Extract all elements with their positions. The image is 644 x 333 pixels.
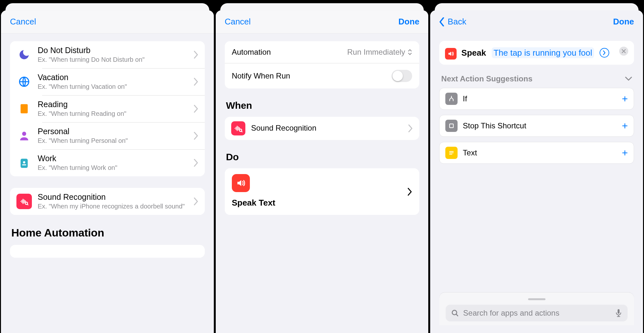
sound-recognition-icon bbox=[231, 121, 245, 135]
speaker-icon bbox=[445, 48, 457, 60]
plus-icon: + bbox=[622, 148, 628, 158]
plus-icon: + bbox=[622, 94, 628, 104]
chevron-right-icon bbox=[408, 125, 413, 132]
sound-recognition-icon bbox=[16, 194, 32, 209]
cancel-button[interactable]: Cancel bbox=[225, 17, 251, 27]
sound-recognition-row[interactable]: Sound Recognition Ex. "When my iPhone re… bbox=[10, 188, 205, 215]
home-automation-header: Home Automation bbox=[11, 227, 204, 239]
focus-row-title: Do Not Disturb bbox=[38, 46, 188, 55]
chevron-left-icon bbox=[439, 17, 444, 26]
suggestions-header: Next Action Suggestions bbox=[441, 74, 532, 83]
do-card[interactable]: Speak Text bbox=[225, 168, 420, 215]
branch-icon bbox=[445, 93, 458, 105]
focus-row-title: Work bbox=[38, 154, 188, 163]
navbar-panel2: Cancel Done bbox=[216, 10, 429, 33]
svg-rect-8 bbox=[450, 124, 454, 128]
sheet-grabber[interactable] bbox=[528, 298, 545, 300]
when-row-title: Sound Recognition bbox=[251, 124, 403, 133]
automation-mode-row[interactable]: Automation Run Immediately bbox=[225, 41, 420, 63]
svg-point-4 bbox=[23, 161, 25, 163]
automation-settings-card: Automation Run Immediately Notify When R… bbox=[225, 41, 420, 88]
speak-verb: Speak bbox=[461, 48, 486, 58]
home-automation-card-peek bbox=[10, 245, 205, 258]
focus-do-not-disturb-row[interactable]: Do Not Disturb Ex. "When turning Do Not … bbox=[10, 41, 205, 68]
focus-row-subtitle: Ex. "When turning Work on" bbox=[38, 164, 188, 172]
focus-reading-row[interactable]: Reading Ex. "When turning Reading on" bbox=[10, 95, 205, 122]
suggestion-stop[interactable]: Stop This Shortcut + bbox=[439, 115, 634, 137]
person-icon bbox=[16, 128, 32, 143]
focus-row-subtitle: Ex. "When turning Do Not Disturb on" bbox=[38, 56, 188, 64]
focus-row-subtitle: Ex. "When turning Personal on" bbox=[38, 137, 188, 145]
sound-row-title: Sound Recognition bbox=[38, 192, 188, 202]
notify-label: Notify When Run bbox=[232, 71, 290, 80]
search-placeholder: Search for apps and actions bbox=[463, 309, 559, 318]
focus-personal-row[interactable]: Personal Ex. "When turning Personal on" bbox=[10, 122, 205, 149]
suggestions-header-row[interactable]: Next Action Suggestions bbox=[439, 74, 634, 88]
suggestion-label: Stop This Shortcut bbox=[463, 121, 617, 130]
chevron-right-icon bbox=[194, 132, 198, 140]
suggestion-label: If bbox=[463, 94, 617, 103]
chevron-down-icon bbox=[625, 77, 632, 81]
navbar-panel3: Back Done bbox=[430, 10, 643, 33]
chevron-right-icon bbox=[194, 105, 198, 113]
when-header: When bbox=[226, 100, 418, 111]
focus-row-subtitle: Ex. "When turning Vacation on" bbox=[38, 83, 188, 91]
moon-icon bbox=[16, 47, 32, 62]
plus-icon: + bbox=[622, 121, 628, 131]
focus-modes-card: Do Not Disturb Ex. "When turning Do Not … bbox=[10, 41, 205, 176]
search-dock: Search for apps and actions bbox=[439, 292, 634, 325]
navbar-panel1: Cancel bbox=[1, 10, 214, 33]
cancel-button[interactable]: Cancel bbox=[10, 17, 36, 27]
focus-row-title: Personal bbox=[38, 127, 188, 136]
chevron-right-icon bbox=[194, 198, 198, 205]
action-disclosure-button[interactable] bbox=[600, 48, 609, 58]
speak-action-card[interactable]: Speak The tap is running you fool bbox=[439, 41, 634, 65]
focus-row-title: Vacation bbox=[38, 73, 188, 82]
notify-when-run-row: Notify When Run bbox=[225, 63, 420, 88]
do-header: Do bbox=[226, 152, 418, 162]
when-card: Sound Recognition bbox=[225, 117, 420, 140]
focus-row-subtitle: Ex. "When turning Reading on" bbox=[38, 110, 188, 118]
book-icon bbox=[16, 101, 32, 116]
notify-toggle[interactable] bbox=[392, 70, 412, 82]
automation-value: Run Immediately bbox=[347, 48, 405, 57]
done-button[interactable]: Done bbox=[398, 17, 419, 27]
do-action-title: Speak Text bbox=[232, 198, 412, 208]
speaker-icon bbox=[232, 174, 250, 192]
speak-argument[interactable]: The tap is running you fool bbox=[492, 47, 594, 58]
chevron-right-icon bbox=[194, 51, 198, 59]
sound-recognition-card: Sound Recognition Ex. "When my iPhone re… bbox=[10, 188, 205, 215]
suggestion-text[interactable]: Text + bbox=[439, 142, 634, 164]
focus-row-title: Reading bbox=[38, 100, 188, 109]
chevron-right-icon bbox=[194, 159, 198, 167]
stop-icon bbox=[445, 120, 458, 132]
svg-rect-1 bbox=[21, 104, 28, 114]
automation-label: Automation bbox=[232, 48, 271, 57]
search-input[interactable]: Search for apps and actions bbox=[446, 305, 628, 321]
focus-vacation-row[interactable]: Vacation Ex. "When turning Vacation on" bbox=[10, 68, 205, 95]
done-button[interactable]: Done bbox=[613, 17, 634, 27]
sound-row-subtitle: Ex. "When my iPhone recognizes a doorbel… bbox=[38, 202, 188, 210]
back-button[interactable]: Back bbox=[439, 17, 466, 27]
focus-work-row[interactable]: Work Ex. "When turning Work on" bbox=[10, 149, 205, 176]
badge-icon bbox=[16, 155, 32, 171]
suggestion-label: Text bbox=[463, 148, 617, 157]
svg-rect-10 bbox=[618, 309, 620, 314]
chevron-right-icon bbox=[408, 188, 412, 196]
suggestion-if[interactable]: If + bbox=[439, 88, 634, 110]
back-label: Back bbox=[448, 17, 466, 27]
svg-rect-5 bbox=[22, 164, 26, 165]
up-down-chevron-icon bbox=[408, 49, 412, 56]
microphone-icon[interactable] bbox=[615, 309, 622, 318]
clear-action-button[interactable] bbox=[619, 47, 628, 56]
chevron-right-icon bbox=[194, 78, 198, 86]
globe-icon bbox=[16, 74, 32, 89]
when-sound-recognition-row[interactable]: Sound Recognition bbox=[225, 117, 420, 140]
text-icon bbox=[445, 147, 458, 159]
search-icon bbox=[451, 309, 459, 317]
svg-point-2 bbox=[22, 132, 26, 136]
